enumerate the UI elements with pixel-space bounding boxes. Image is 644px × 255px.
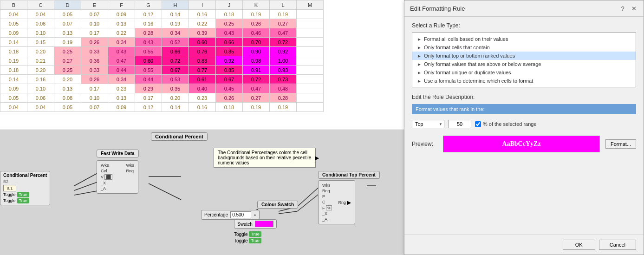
table-row[interactable]: 0.55 [135, 47, 162, 56]
table-row[interactable]: 0.17 [81, 84, 108, 93]
table-row[interactable]: 0.47 [270, 28, 297, 38]
table-row[interactable]: 0.61 [189, 75, 216, 84]
table-row[interactable]: 0.44 [135, 75, 162, 84]
table-row[interactable]: 0.16 [135, 19, 162, 28]
table-row[interactable]: 0.18 [216, 103, 243, 112]
table-row[interactable]: 0.04 [0, 103, 27, 112]
table-row[interactable]: 0.14 [0, 38, 27, 47]
percent-checkbox-label[interactable]: % of the selected range [475, 121, 537, 127]
table-row[interactable]: 0.83 [189, 56, 216, 65]
table-row[interactable]: 0.66 [216, 38, 243, 47]
table-row[interactable]: 0.47 [108, 56, 135, 65]
close-button[interactable]: ✕ [630, 4, 638, 13]
table-row[interactable]: 0.43 [216, 28, 243, 38]
table-row[interactable] [297, 38, 324, 47]
table-row[interactable]: 0.10 [81, 19, 108, 28]
table-row[interactable]: 0.04 [27, 103, 54, 112]
table-row[interactable] [297, 47, 324, 56]
table-row[interactable]: 0.12 [135, 103, 162, 112]
top-percent-node[interactable]: Wks Rng P C F % _X _A Rng ▶ [318, 180, 355, 224]
table-row[interactable]: 0.91 [243, 65, 270, 75]
table-row[interactable]: 0.60 [189, 38, 216, 47]
rule-type-item-1[interactable]: ► Only format cells that contain [412, 43, 636, 52]
rule-type-item-3[interactable]: ► Only format values that are above or b… [412, 60, 636, 68]
table-row[interactable]: 0.66 [162, 47, 189, 56]
table-row[interactable]: 0.85 [216, 47, 243, 56]
table-row[interactable]: 0.36 [81, 56, 108, 65]
table-row[interactable]: 0.16 [189, 103, 216, 112]
table-row[interactable]: 0.15 [27, 38, 54, 47]
table-row[interactable]: 0.07 [81, 103, 108, 112]
num-input[interactable]: 0.1 [3, 185, 16, 191]
table-row[interactable]: 0.39 [189, 28, 216, 38]
rank-select[interactable]: Top Bottom [412, 120, 444, 128]
table-row[interactable]: 0.13 [54, 84, 81, 93]
table-row[interactable]: 0.29 [135, 84, 162, 93]
table-row[interactable]: 1.00 [270, 56, 297, 65]
table-row[interactable]: 0.27 [243, 93, 270, 103]
table-row[interactable]: 0.25 [216, 19, 243, 28]
table-row[interactable]: 0.55 [135, 65, 162, 75]
table-row[interactable]: 0.09 [108, 103, 135, 112]
table-row[interactable]: 0.05 [0, 93, 27, 103]
table-row[interactable]: 0.93 [270, 65, 297, 75]
table-row[interactable]: 0.13 [108, 93, 135, 103]
table-row[interactable]: 0.04 [0, 10, 27, 19]
table-row[interactable]: 0.67 [216, 75, 243, 84]
table-row[interactable]: 0.25 [54, 65, 81, 75]
table-row[interactable]: 0.73 [270, 75, 297, 84]
table-row[interactable] [297, 84, 324, 93]
table-row[interactable]: 0.34 [108, 38, 135, 47]
table-row[interactable]: 0.35 [162, 84, 189, 93]
table-row[interactable]: 0.70 [243, 38, 270, 47]
table-row[interactable]: 0.40 [189, 84, 216, 93]
write-data-node[interactable]: Wks Cel V ⬛ _X _A Wks Rng [97, 160, 138, 194]
table-row[interactable]: 0.26 [243, 19, 270, 28]
table-row[interactable]: 0.10 [27, 28, 54, 38]
table-row[interactable]: 0.22 [189, 19, 216, 28]
table-row[interactable]: 0.25 [54, 47, 81, 56]
table-row[interactable]: 0.17 [81, 28, 108, 38]
conditional-percent-node[interactable]: Conditional Percent B2 0.1 Toggle True T… [0, 171, 50, 205]
table-row[interactable] [297, 103, 324, 112]
toggle-row-1[interactable]: Toggle True [234, 231, 261, 237]
table-row[interactable]: 0.52 [162, 38, 189, 47]
table-row[interactable]: 0.19 [270, 10, 297, 19]
table-row[interactable] [297, 93, 324, 103]
rank-select-wrapper[interactable]: Top Bottom [412, 120, 444, 128]
table-row[interactable]: 0.26 [81, 38, 108, 47]
percentage-input[interactable] [230, 211, 251, 218]
table-row[interactable]: 0.05 [54, 10, 81, 19]
table-row[interactable]: 0.26 [216, 93, 243, 103]
table-row[interactable]: 0.92 [270, 47, 297, 56]
table-row[interactable]: 0.17 [135, 93, 162, 103]
table-row[interactable]: 0.46 [243, 28, 270, 38]
table-row[interactable]: 0.33 [81, 47, 108, 56]
table-row[interactable]: 0.10 [81, 93, 108, 103]
help-button[interactable]: ? [618, 4, 627, 13]
table-row[interactable]: 0.20 [27, 47, 54, 56]
table-row[interactable]: 0.92 [216, 56, 243, 65]
table-row[interactable]: 0.08 [54, 93, 81, 103]
format-button[interactable]: Format... [605, 139, 636, 149]
rule-type-item-0[interactable]: ► Format all cells based on their values [412, 35, 636, 43]
table-row[interactable]: 0.05 [54, 103, 81, 112]
table-row[interactable]: 0.20 [162, 93, 189, 103]
table-row[interactable]: 0.22 [108, 28, 135, 38]
percent-checkbox[interactable] [475, 121, 481, 127]
table-row[interactable] [297, 75, 324, 84]
table-row[interactable] [297, 65, 324, 75]
table-row[interactable] [297, 10, 324, 19]
table-row[interactable]: 0.67 [162, 65, 189, 75]
table-row[interactable]: 0.44 [108, 65, 135, 75]
swatch-node[interactable]: Swatch [234, 219, 277, 229]
table-row[interactable]: 0.05 [0, 19, 27, 28]
rule-type-item-2[interactable]: ► Only format top or bottom ranked value… [412, 52, 636, 60]
table-row[interactable]: 0.07 [54, 19, 81, 28]
table-row[interactable]: 0.06 [27, 93, 54, 103]
table-row[interactable]: 0.23 [189, 93, 216, 103]
table-row[interactable]: 0.14 [0, 75, 27, 84]
table-row[interactable]: 0.27 [270, 19, 297, 28]
table-row[interactable]: 0.90 [243, 47, 270, 56]
table-row[interactable]: 0.60 [135, 56, 162, 65]
